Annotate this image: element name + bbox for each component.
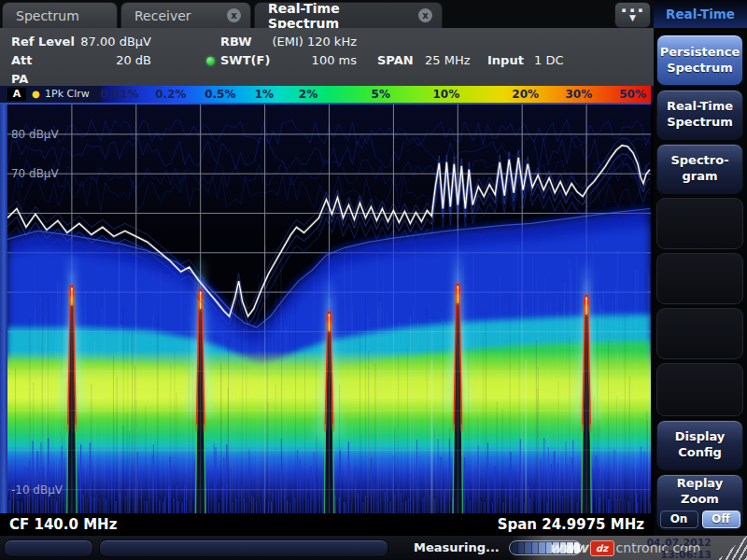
ref-level-value[interactable]: 87.00 dBµV [73,35,151,49]
trace-mode-label: 1Pk Clrw [45,88,90,101]
softkey-label: Real-Time [667,99,733,115]
scale-label: 0.2% [155,88,186,101]
input-label: Input [487,53,524,67]
scale-label: 0.5% [204,88,235,101]
active-window-strip [0,103,7,513]
softkey-menu-title: Real-Time [654,0,747,29]
window-menu-button[interactable]: ▪ ▪ ▪ ▼ [614,2,651,28]
softkey-label: Spectro- [670,153,728,169]
watermark: www dz cntronic.com [512,536,747,560]
swt-value[interactable]: 100 ms [250,53,357,67]
tab-bar: Spectrum Receiver x Real-Time Spectrum x [0,0,654,28]
tab-real-time-spectrum[interactable]: Real-Time Spectrum x [254,2,443,28]
span-footer-value[interactable]: Span 24.9975 MHz [498,516,644,533]
softkey-empty-3[interactable] [656,308,743,359]
scale-label: 20% [512,88,539,101]
scale-label: 30% [565,88,592,101]
ref-level-label: Ref Level [11,35,75,49]
softkey-label: Spectrum [667,115,733,131]
persistence-color-scale: 0.01%0.2%0.5%1%2%5%10%20%30%50% [101,86,651,103]
softkey-persistence-spectrum[interactable]: PersistenceSpectrum [656,35,743,86]
chevron-down-icon: ▼ [629,14,636,22]
time-label: 13:06:13 [644,550,712,560]
softkey-display-config[interactable]: DisplayConfig [656,420,743,470]
trace-dot-icon: ● [32,88,40,101]
att-value[interactable]: 20 dB [73,53,151,67]
y-axis-label: -10 dBµV [11,483,63,497]
y-axis-label: 70 dBµV [11,167,59,180]
softkey-spectrogram[interactable]: Spectro-gram [656,144,743,194]
scale-label: 50% [619,88,646,101]
replay-zoom-off-button[interactable]: Off [702,511,740,528]
softkey-label: Replay [677,476,723,492]
window-a-badge: A [7,88,26,101]
input-value[interactable]: 1 DC [534,53,564,67]
tab-label: Receiver [134,8,191,23]
softkey-empty-2[interactable] [656,253,743,304]
softkey-label: Display [675,429,726,445]
trace-bar: A ● 1Pk Clrw 0.01%0.2%0.5%1%2%5%10%20%30… [0,86,654,103]
scale-label: 5% [372,88,390,101]
status-bar: Measuring... www dz cntronic.com 04.07.2… [0,536,747,560]
close-icon[interactable]: x [418,8,432,22]
spectrum-canvas: 80 dBµV70 dBµV-10 dBµV [7,105,651,513]
tab-label: Real-Time Spectrum [268,1,409,31]
tab-receiver[interactable]: Receiver x [120,2,251,28]
scale-label: 10% [433,88,460,101]
persistence-spectrum-plot: 80 dBµV70 dBµV-10 dBµV [0,103,654,513]
tab-label: Spectrum [16,8,79,23]
softkey-sidebar: Real-Time PersistenceSpectrumReal-TimeSp… [654,0,747,536]
softkey-label: Spectrum [667,61,733,77]
preamp-label: PA [11,72,28,86]
status-pill-left [4,539,93,557]
settings-bar: Ref Level 87.00 dBµV Att 20 dB PA RBW (E… [0,28,654,86]
softkey-label: gram [682,169,717,185]
center-frequency-value[interactable]: CF 140.0 MHz [9,516,117,533]
rbw-label: RBW [220,35,252,49]
measuring-status-label: Measuring... [414,540,500,554]
softkey-label: Config [678,445,722,461]
sweep-led-icon [206,57,215,65]
span-value[interactable]: 25 MHz [425,53,471,67]
analyzer-screen: Spectrum Receiver x Real-Time Spectrum x… [0,0,747,560]
y-axis-label: 80 dBµV [11,128,59,141]
softkey-replay-zoom[interactable]: ReplayZoomOnOff [656,474,743,530]
replay-zoom-on-button[interactable]: On [660,511,698,528]
scale-label: 2% [299,88,317,101]
softkey-empty-4[interactable] [656,363,743,416]
watermark-prefix: www [549,539,588,556]
date-time: 04.07.2012 13:06:13 [644,538,712,560]
span-label: SPAN [377,53,414,67]
tab-spectrum[interactable]: Spectrum [2,2,118,28]
softkey-label: Persistence [660,45,740,61]
rbw-value[interactable]: (EMI) 120 kHz [250,35,357,49]
softkey-empty-1[interactable] [656,198,743,249]
date-label: 04.07.2012 [644,538,712,550]
frequency-footer: CF 140.0 MHz Span 24.9975 MHz [0,513,654,536]
watermark-logo: dz [590,540,614,556]
scale-label: 1% [255,88,274,101]
close-icon[interactable]: x [227,8,241,22]
softkey-real-time-spectrum[interactable]: Real-TimeSpectrum [656,90,743,140]
scale-label: 0.01% [100,88,139,101]
softkey-label: Zoom [681,492,719,508]
status-pill-center [99,539,388,557]
att-label: Att [11,53,33,67]
